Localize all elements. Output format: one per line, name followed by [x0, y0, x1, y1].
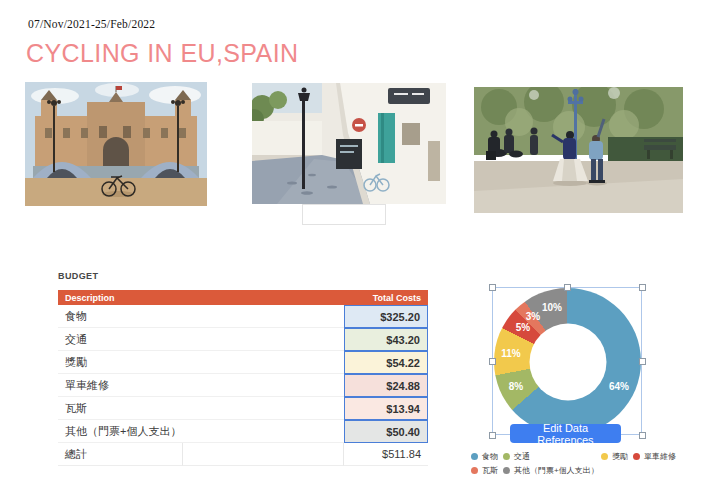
legend-label: 瓦斯 [482, 465, 498, 476]
photo-park-dancers[interactable] [474, 87, 683, 213]
legend-dot [503, 453, 510, 460]
presentation-slide: 07/Nov/2021-25/Feb/2022 CYCLING IN EU,SP… [0, 0, 720, 490]
photo-plaza-espana[interactable] [25, 82, 207, 206]
cell-cost-selected[interactable]: $325.20 [344, 305, 428, 328]
edit-data-references-button[interactable]: Edit Data References [510, 424, 621, 443]
legend-label: 單車維修 [644, 451, 676, 462]
budget-section-label[interactable]: BUDGET [58, 271, 98, 281]
cell-description[interactable]: 獎勵 [58, 351, 344, 374]
cell-total-label[interactable]: 總計 [58, 443, 183, 466]
cell-description[interactable]: 食物 [58, 305, 344, 328]
legend-label: 獎勵 [612, 451, 628, 462]
cell-cost-selected[interactable]: $54.22 [344, 351, 428, 374]
cell-empty[interactable] [183, 443, 344, 466]
pie-percent-label: 3% [526, 311, 540, 322]
cell-description[interactable]: 其他（門票+個人支出） [58, 420, 344, 443]
date-range-text[interactable]: 07/Nov/2021-25/Feb/2022 [28, 18, 155, 30]
cell-cost-selected[interactable]: $50.40 [344, 420, 428, 443]
village-street-illustration [252, 83, 446, 204]
legend-dot [503, 467, 510, 474]
donut-chart[interactable]: 64% 8% 11% 5% 3% 10% [494, 288, 641, 435]
legend-dot [633, 453, 640, 460]
donut-hole [529, 323, 606, 400]
cell-cost-selected[interactable]: $13.94 [344, 397, 428, 420]
legend-label: 交通 [514, 451, 530, 462]
selection-handle-top-mid[interactable] [564, 284, 571, 291]
table-total-row: 總計 $511.84 [58, 443, 428, 466]
cell-description[interactable]: 交通 [58, 328, 344, 351]
legend-item: 瓦斯 [471, 465, 498, 475]
legend-item: 食物 [471, 451, 498, 461]
selection-handle-mid-left[interactable] [489, 358, 496, 365]
selection-handle-top-left[interactable] [489, 284, 496, 291]
legend-item: 單車維修 [633, 451, 676, 461]
selection-handle-top-right[interactable] [639, 284, 646, 291]
selection-handle-bottom-right[interactable] [639, 432, 646, 439]
legend-dot [471, 453, 478, 460]
legend-label: 食物 [482, 451, 498, 462]
table-row: 單車維修 $24.88 [58, 374, 428, 397]
table-row: 瓦斯 $13.94 [58, 397, 428, 420]
cell-description[interactable]: 單車維修 [58, 374, 344, 397]
pie-percent-label: 11% [501, 348, 520, 359]
legend-item: 交通 [503, 451, 530, 461]
pie-percent-label: 5% [516, 322, 530, 333]
legend-item: 其他（門票+個人支出） [503, 465, 599, 475]
pie-percent-label: 64% [609, 381, 629, 392]
slide-title[interactable]: CYCLING IN EU,SPAIN [26, 39, 298, 68]
photo-village-street[interactable] [252, 83, 446, 204]
pie-percent-label: 10% [542, 302, 562, 313]
table-row: 獎勵 $54.22 [58, 351, 428, 374]
table-row: 交通 $43.20 [58, 328, 428, 351]
selection-handle-mid-right[interactable] [639, 358, 646, 365]
table-row: 其他（門票+個人支出） $50.40 [58, 420, 428, 443]
table-header-row: Description Total Costs [58, 290, 428, 305]
column-header-total-costs[interactable]: Total Costs [344, 290, 428, 305]
budget-table: Description Total Costs 食物 $325.20 交通 $4… [58, 290, 428, 466]
legend-item: 獎勵 [601, 451, 628, 461]
selection-handle-bottom-left[interactable] [489, 432, 496, 439]
pie-percent-label: 8% [509, 381, 523, 392]
plaza-espana-illustration [25, 82, 207, 206]
cell-cost-selected[interactable]: $43.20 [344, 328, 428, 351]
legend-dot [471, 467, 478, 474]
legend-label: 其他（門票+個人支出） [514, 465, 599, 476]
empty-caption-textbox[interactable] [302, 204, 386, 225]
table-row: 食物 $325.20 [58, 305, 428, 328]
legend-dot [601, 453, 608, 460]
park-dancers-illustration [474, 87, 683, 213]
cell-cost-selected[interactable]: $24.88 [344, 374, 428, 397]
column-header-description[interactable]: Description [58, 290, 344, 305]
cell-total-cost[interactable]: $511.84 [344, 443, 428, 466]
cell-description[interactable]: 瓦斯 [58, 397, 344, 420]
